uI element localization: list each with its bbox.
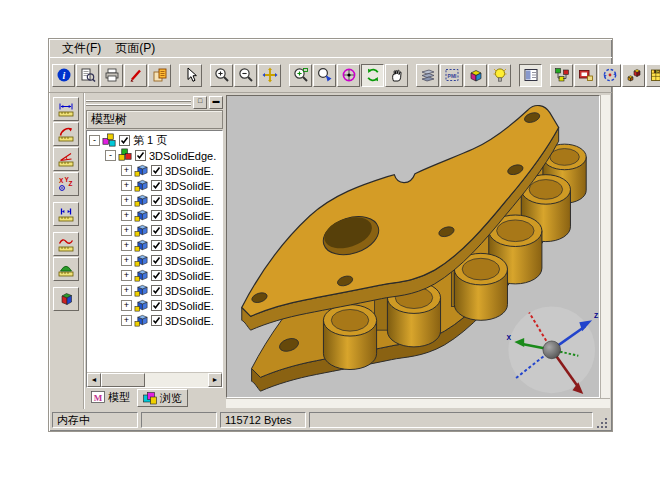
- measure-angle-button[interactable]: [53, 147, 79, 171]
- assembly-tree-button[interactable]: [550, 64, 573, 87]
- zoom-in-button[interactable]: [210, 64, 233, 87]
- export-doc-button[interactable]: [148, 64, 171, 87]
- tree-hscroll-track[interactable]: [145, 373, 208, 387]
- expand-icon[interactable]: +: [121, 180, 132, 191]
- measure-coordinate-button[interactable]: XYZ: [53, 172, 79, 196]
- zoom-window-button[interactable]: [289, 64, 312, 87]
- visibility-checkbox[interactable]: [151, 225, 162, 236]
- menu-item-0[interactable]: 文件(F): [55, 39, 108, 58]
- visibility-checkbox[interactable]: [151, 210, 162, 221]
- measure-volume-button[interactable]: [53, 287, 79, 311]
- measure-area-button[interactable]: [53, 257, 79, 281]
- panel-float-button[interactable]: □: [193, 96, 207, 109]
- viewport[interactable]: Z Y X: [226, 95, 600, 398]
- expand-icon[interactable]: +: [121, 300, 132, 311]
- tree-item-part[interactable]: +3DSolidE.: [89, 238, 222, 253]
- tree-item-part[interactable]: +3DSolidE.: [89, 283, 222, 298]
- tree-item-part[interactable]: +3DSolidE.: [89, 313, 222, 328]
- panel-toggle-button[interactable]: [519, 64, 542, 87]
- zoom-dynamic-button[interactable]: [313, 64, 336, 87]
- tree-item-part[interactable]: +3DSolidE.: [89, 253, 222, 268]
- model-tab-icon: M: [91, 390, 105, 404]
- tree-item-part[interactable]: +3DSolidE.: [89, 268, 222, 283]
- visibility-checkbox[interactable]: [151, 240, 162, 251]
- update-view-button[interactable]: [598, 64, 621, 87]
- expand-icon[interactable]: +: [121, 165, 132, 176]
- svg-text:Z: Z: [69, 180, 73, 187]
- visibility-checkbox[interactable]: [151, 195, 162, 206]
- resize-grip[interactable]: [596, 416, 609, 429]
- scroll-right-icon[interactable]: ►: [208, 373, 222, 387]
- expand-icon[interactable]: +: [121, 225, 132, 236]
- visibility-checkbox[interactable]: [151, 300, 162, 311]
- visibility-checkbox[interactable]: [119, 135, 130, 146]
- status-panel-3: [309, 412, 593, 428]
- panel-grip[interactable]: □ ▬: [86, 94, 223, 110]
- visibility-checkbox[interactable]: [151, 165, 162, 176]
- tree-item-part[interactable]: +3DSolidE.: [89, 178, 222, 193]
- view-cube-button[interactable]: [464, 64, 487, 87]
- measure-radius-button[interactable]: [53, 122, 79, 146]
- measure-gap-button[interactable]: [53, 202, 79, 226]
- visibility-checkbox[interactable]: [151, 285, 162, 296]
- expand-icon[interactable]: +: [121, 315, 132, 326]
- explode-button[interactable]: [622, 64, 645, 87]
- print-button[interactable]: [100, 64, 123, 87]
- pmi-button[interactable]: PMI: [440, 64, 463, 87]
- tree-item-part[interactable]: +3DSolidE.: [89, 298, 222, 313]
- tree-item-assembly[interactable]: -3DSolidEdge.: [89, 148, 222, 163]
- visibility-checkbox[interactable]: [151, 270, 162, 281]
- tree-hscrollbar[interactable]: ◄ ►: [87, 372, 222, 387]
- measure-distance-button[interactable]: [53, 97, 79, 121]
- expand-icon[interactable]: +: [121, 240, 132, 251]
- measure-coordinate-icon: XYZ: [58, 176, 74, 192]
- print-preview-icon: [80, 67, 96, 83]
- tree-item-part[interactable]: +3DSolidE.: [89, 223, 222, 238]
- tree-item-part[interactable]: +3DSolidE.: [89, 163, 222, 178]
- viewport-vscrollbar[interactable]: [600, 95, 610, 398]
- measure-curve-button[interactable]: [53, 232, 79, 256]
- light-bulb-button[interactable]: [488, 64, 511, 87]
- snapshot-button[interactable]: [574, 64, 597, 87]
- main-toolbar: iPMIBOM: [49, 57, 612, 93]
- collapse-icon[interactable]: -: [89, 135, 100, 146]
- viewport-hscrollbar[interactable]: [226, 398, 610, 408]
- expand-icon[interactable]: +: [121, 270, 132, 281]
- visibility-checkbox[interactable]: [151, 315, 162, 326]
- part-icon: [134, 313, 149, 328]
- expand-icon[interactable]: +: [121, 195, 132, 206]
- tree-hscroll-thumb[interactable]: [101, 373, 145, 387]
- tree-item-part[interactable]: +3DSolidE.: [89, 208, 222, 223]
- markup-pen-button[interactable]: [124, 64, 147, 87]
- tab-browse[interactable]: 浏览: [137, 389, 188, 407]
- pan-axes-button[interactable]: [258, 64, 281, 87]
- expand-icon[interactable]: +: [121, 285, 132, 296]
- tree-item-part[interactable]: +3DSolidE.: [89, 193, 222, 208]
- pmi-icon: PMI: [444, 67, 460, 83]
- info-button[interactable]: i: [52, 64, 75, 87]
- collapse-icon[interactable]: -: [105, 150, 116, 161]
- print-preview-button[interactable]: [76, 64, 99, 87]
- rotate-button[interactable]: [361, 64, 384, 87]
- tree-item-page[interactable]: -第 1 页: [89, 133, 222, 148]
- panel-hide-button[interactable]: ▬: [209, 96, 223, 109]
- visibility-checkbox[interactable]: [151, 255, 162, 266]
- orbit-button[interactable]: [337, 64, 360, 87]
- expand-icon[interactable]: +: [121, 255, 132, 266]
- scroll-left-icon[interactable]: ◄: [87, 373, 101, 387]
- layers-icon: [420, 67, 436, 83]
- menu-item-1[interactable]: 页面(P): [108, 39, 162, 58]
- visibility-checkbox[interactable]: [151, 180, 162, 191]
- tab-model[interactable]: M模型: [86, 389, 135, 405]
- orientation-ball[interactable]: Z Y X: [506, 307, 598, 397]
- select-cursor-button[interactable]: [179, 64, 202, 87]
- visibility-checkbox[interactable]: [135, 150, 146, 161]
- page-icon-icon: [102, 133, 117, 148]
- model-canvas[interactable]: Z Y X: [227, 96, 599, 397]
- tree-item-label: 3DSolidEdge.: [149, 150, 216, 162]
- layers-button[interactable]: [416, 64, 439, 87]
- pan-hand-button[interactable]: [385, 64, 408, 87]
- bom-button[interactable]: BOM: [646, 64, 660, 87]
- zoom-out-button[interactable]: [234, 64, 257, 87]
- expand-icon[interactable]: +: [121, 210, 132, 221]
